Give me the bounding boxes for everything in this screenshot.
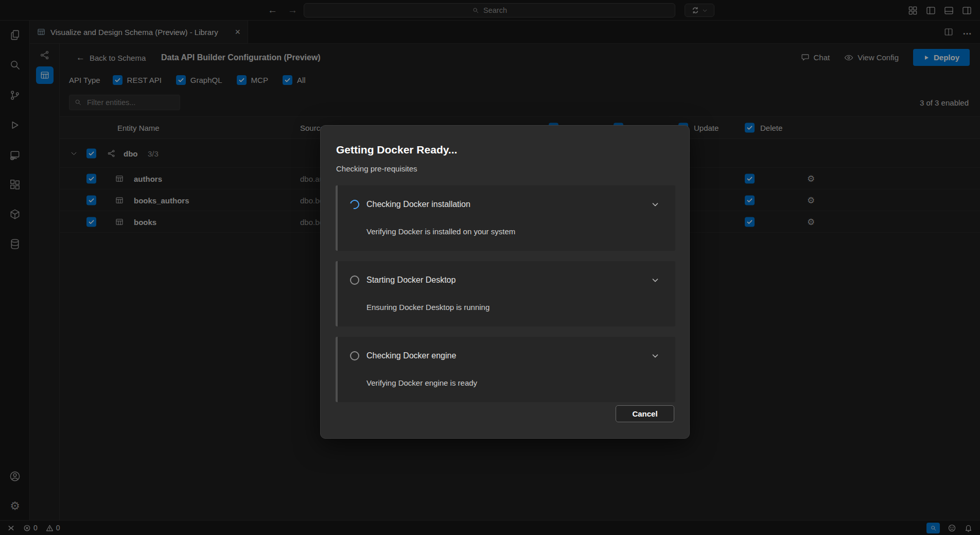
docker-ready-dialog: Getting Docker Ready... Checking pre-req… xyxy=(320,125,690,439)
pending-circle-icon xyxy=(350,275,359,285)
cancel-button[interactable]: Cancel xyxy=(616,405,674,422)
step-description: Verifying Docker is installed on your sy… xyxy=(366,227,515,237)
chevron-down-icon[interactable] xyxy=(651,275,660,285)
step-checking-docker-installation: Checking Docker installation Verifying D… xyxy=(336,185,675,251)
step-header[interactable]: Starting Docker Desktop xyxy=(350,273,660,287)
chevron-down-icon[interactable] xyxy=(651,200,660,209)
step-header[interactable]: Checking Docker engine xyxy=(350,349,660,363)
vscode-window: ← → Search xyxy=(0,0,980,535)
step-label: Starting Docker Desktop xyxy=(366,275,456,285)
pending-circle-icon xyxy=(350,351,359,360)
step-label: Checking Docker installation xyxy=(366,200,470,209)
step-description: Verifying Docker engine is ready xyxy=(366,378,477,388)
dialog-title: Getting Docker Ready... xyxy=(336,143,457,157)
chevron-down-icon[interactable] xyxy=(651,351,660,360)
spinner-icon xyxy=(348,198,361,211)
step-description: Ensuring Docker Desktop is running xyxy=(366,302,489,313)
step-starting-docker-desktop: Starting Docker Desktop Ensuring Docker … xyxy=(336,261,675,326)
dialog-subtitle: Checking pre-requisites xyxy=(336,164,417,174)
step-header[interactable]: Checking Docker installation xyxy=(350,198,660,211)
step-label: Checking Docker engine xyxy=(366,351,456,360)
step-checking-docker-engine: Checking Docker engine Verifying Docker … xyxy=(336,337,675,402)
